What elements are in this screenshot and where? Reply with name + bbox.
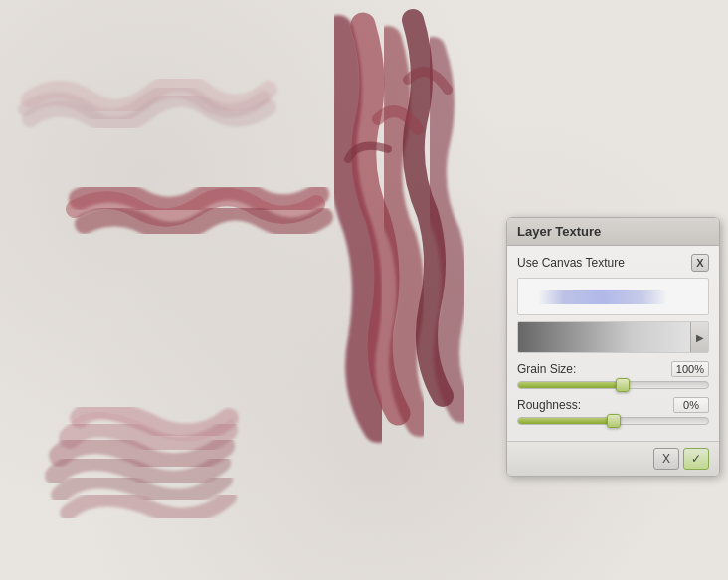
roughness-track[interactable] bbox=[517, 417, 709, 425]
roughness-label: Roughness: bbox=[517, 398, 581, 412]
layer-texture-panel: Layer Texture Use Canvas Texture X ▶ Gra… bbox=[506, 217, 720, 477]
canvas-area bbox=[0, 0, 507, 580]
grain-size-thumb[interactable] bbox=[616, 378, 630, 392]
confirm-button[interactable]: ✓ bbox=[683, 448, 709, 470]
grain-size-value: 100% bbox=[671, 361, 709, 377]
cancel-button[interactable]: X bbox=[653, 448, 679, 470]
panel-footer: X ✓ bbox=[507, 441, 719, 476]
roughness-header: Roughness: 0% bbox=[517, 397, 709, 413]
use-canvas-texture-label: Use Canvas Texture bbox=[517, 256, 625, 270]
roughness-value: 0% bbox=[673, 397, 709, 413]
use-canvas-texture-close[interactable]: X bbox=[691, 254, 709, 272]
grain-size-label: Grain Size: bbox=[517, 362, 576, 376]
panel-header: Layer Texture bbox=[507, 218, 719, 246]
use-canvas-texture-row: Use Canvas Texture X bbox=[517, 254, 709, 272]
grain-size-track[interactable] bbox=[517, 381, 709, 389]
grain-size-header: Grain Size: 100% bbox=[517, 361, 709, 377]
panel-body: Use Canvas Texture X ▶ Grain Size: 100% … bbox=[507, 246, 719, 441]
roughness-section: Roughness: 0% bbox=[517, 397, 709, 425]
grain-size-section: Grain Size: 100% bbox=[517, 361, 709, 389]
panel-title: Layer Texture bbox=[517, 224, 601, 239]
roughness-fill bbox=[518, 418, 614, 424]
roughness-thumb[interactable] bbox=[607, 414, 621, 428]
grain-size-fill bbox=[518, 382, 623, 388]
texture-arrow-button[interactable]: ▶ bbox=[690, 322, 708, 352]
texture-preview-gray[interactable]: ▶ bbox=[517, 321, 709, 353]
texture-preview-blue[interactable] bbox=[517, 278, 709, 315]
brush-strokes-svg bbox=[0, 0, 507, 580]
